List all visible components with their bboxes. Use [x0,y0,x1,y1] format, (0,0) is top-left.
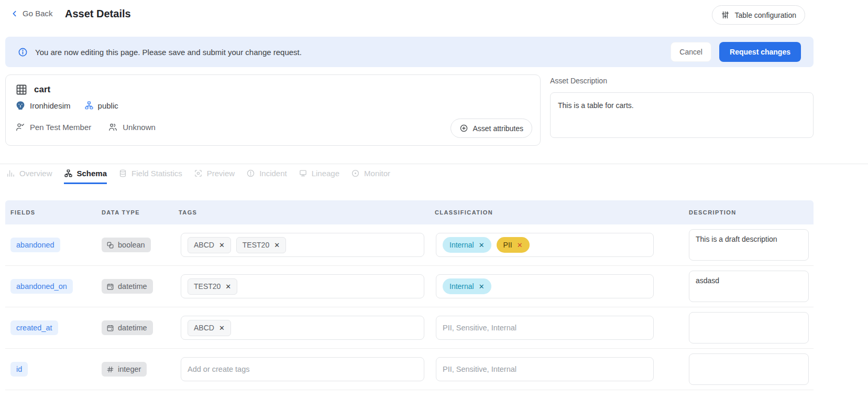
asset-description-text: This is a table for carts. [558,101,634,110]
data-type-chip: boolean [102,238,151,252]
column-header-fields: FIELDS [5,209,102,216]
request-changes-button[interactable]: Request changes [719,42,801,62]
classification-input[interactable]: Internal✕ PII✕ [436,233,654,257]
tag-chip: TEST20✕ [188,278,237,295]
lineage-icon [299,169,307,178]
table-grid-icon [15,83,28,96]
tag-chip: ABCD✕ [188,320,231,336]
monitor-icon [351,169,360,178]
datetime-icon [106,283,114,291]
tab-incident[interactable]: Incident [246,169,287,184]
asset-summary-card: cart Ironhidesim public Pen Test Member … [5,74,541,146]
tags-input[interactable]: ABCD✕ [181,316,424,340]
boolean-icon [106,241,114,249]
postgres-icon [15,100,26,111]
data-type-chip: datetime [102,279,153,294]
schema-name: public [98,101,118,110]
integer-icon [106,366,114,373]
tab-overview[interactable]: Overview [6,169,52,184]
table-row: created_at datetime ABCD✕ PII, Sensitive… [5,307,814,349]
owner-name: Pen Test Member [30,123,91,132]
table-row: id integer Add or create tags PII, Sensi… [5,349,814,390]
sliders-icon [721,10,730,19]
data-type-chip: datetime [102,320,153,335]
owner-icon [15,122,25,132]
steward-name: Unknown [123,123,156,132]
table-header-row: FIELDS DATA TYPE TAGS CLASSIFICATION DES… [5,200,814,224]
column-header-description: DESCRIPTION [689,209,814,216]
tab-bar: Overview Schema Field Statistics Preview… [6,169,390,184]
classification-placeholder: PII, Sensitive, Internal [443,324,517,332]
top-bar: Go Back Asset Details Table configuratio… [0,0,868,30]
column-header-data-type: DATA TYPE [102,209,179,216]
field-description-input[interactable]: This is a draft description [689,229,809,261]
tags-placeholder: Add or create tags [188,365,250,373]
edit-mode-banner: You are now editing this page. Please sa… [5,37,814,67]
tags-input[interactable]: TEST20✕ [181,274,424,298]
cancel-button[interactable]: Cancel [671,42,711,62]
datetime-icon [106,324,114,332]
remove-tag-icon[interactable]: ✕ [219,325,225,331]
field-name-link[interactable]: abandoned_on [10,279,73,294]
incident-icon [246,169,255,178]
page-title: Asset Details [65,8,131,20]
remove-tag-icon[interactable]: ✕ [225,283,231,290]
plus-circle-icon [459,124,468,133]
database-icon [118,169,127,178]
go-back-label: Go Back [23,9,53,18]
chevron-left-icon [10,9,19,18]
hierarchy-icon [64,169,73,178]
tab-monitor[interactable]: Monitor [351,169,390,184]
banner-message: You are now editing this page. Please sa… [35,48,302,57]
classification-input[interactable]: Internal✕ [436,274,654,298]
field-description-input[interactable] [689,353,809,385]
remove-classification-icon[interactable]: ✕ [479,242,485,249]
field-name-link[interactable]: abandoned [10,238,60,252]
data-type-chip: integer [102,362,147,377]
table-configuration-button[interactable]: Table configuration [712,5,805,25]
table-row: abandoned boolean ABCD✕ TEST20✕ Internal… [5,224,814,266]
field-description-input[interactable]: asdasd [689,271,809,302]
tab-schema[interactable]: Schema [64,169,107,184]
field-description-input[interactable] [689,312,809,343]
field-name-link[interactable]: created_at [10,320,58,335]
asset-description-input[interactable]: This is a table for carts. [550,92,814,138]
schema-table: FIELDS DATA TYPE TAGS CLASSIFICATION DES… [5,200,814,390]
classification-chip: Internal✕ [443,237,491,253]
field-name-link[interactable]: id [10,362,28,377]
tags-input[interactable]: Add or create tags [181,357,424,381]
table-configuration-label: Table configuration [734,11,796,19]
classification-input[interactable]: PII, Sensitive, Internal [436,357,654,381]
schema-hierarchy-icon [84,101,94,110]
go-back-button[interactable]: Go Back [10,9,53,18]
asset-attributes-button[interactable]: Asset attributes [451,119,533,138]
asset-name: cart [34,84,50,95]
remove-tag-icon[interactable]: ✕ [219,242,225,249]
column-header-tags: TAGS [179,209,435,216]
column-header-classification: CLASSIFICATION [435,209,689,216]
asset-attributes-label: Asset attributes [473,124,524,133]
source-name: Ironhidesim [30,101,71,110]
tab-preview[interactable]: Preview [194,169,235,184]
asset-description-label: Asset Description [550,77,607,85]
table-row: abandoned_on datetime TEST20✕ Internal✕ … [5,266,814,307]
tag-chip: ABCD✕ [188,237,231,253]
preview-icon [194,169,203,178]
classification-chip: PII✕ [497,237,530,253]
tags-input[interactable]: ABCD✕ TEST20✕ [181,233,424,257]
classification-placeholder: PII, Sensitive, Internal [443,365,517,373]
bar-chart-icon [6,169,15,178]
classification-input[interactable]: PII, Sensitive, Internal [436,316,654,340]
remove-classification-icon[interactable]: ✕ [479,283,485,290]
remove-classification-icon[interactable]: ✕ [517,242,523,249]
steward-icon [108,122,118,132]
tag-chip: TEST20✕ [236,237,286,253]
classification-chip: Internal✕ [443,278,491,294]
info-icon [18,47,28,57]
remove-tag-icon[interactable]: ✕ [274,242,280,249]
tab-field-statistics[interactable]: Field Statistics [118,169,182,184]
section-divider [0,164,868,164]
tab-lineage[interactable]: Lineage [299,169,339,184]
